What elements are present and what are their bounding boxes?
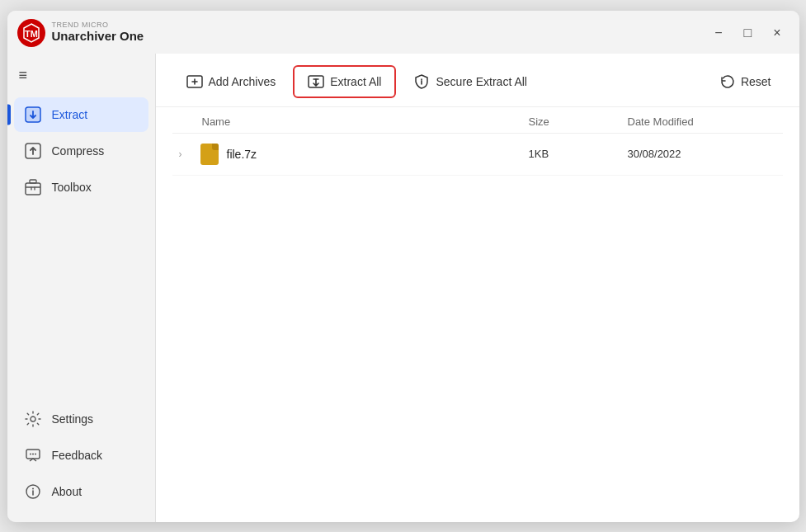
- sidebar-nav: Extract Compress: [7, 97, 155, 395]
- sidebar-about-label: About: [52, 485, 82, 498]
- svg-point-8: [31, 417, 35, 421]
- add-archives-button[interactable]: Add Archives: [172, 66, 290, 97]
- extract-all-button[interactable]: Extract All: [293, 65, 396, 98]
- table-row-date-cell: 30/08/2022: [628, 148, 776, 160]
- svg-point-11: [32, 453, 34, 454]
- col-date-header: Date Modified: [628, 115, 776, 128]
- extract-icon: [24, 106, 42, 124]
- secure-extract-all-label: Secure Extract All: [436, 75, 527, 88]
- minimize-button[interactable]: −: [709, 24, 727, 42]
- app-name: TREND MICRO Unarchiver One: [52, 21, 144, 43]
- titlebar: TM TREND MICRO Unarchiver One − □ ×: [7, 11, 799, 54]
- feedback-icon: [24, 446, 42, 464]
- titlebar-left: TM TREND MICRO Unarchiver One: [17, 19, 144, 47]
- toolbar-right: Reset: [708, 67, 783, 97]
- sidebar-compress-label: Compress: [52, 144, 105, 158]
- sidebar-item-feedback[interactable]: Feedback: [14, 438, 148, 473]
- svg-point-10: [30, 453, 31, 454]
- svg-rect-7: [26, 183, 40, 195]
- compress-icon: [24, 142, 42, 160]
- content-area: Add Archives Extract All: [156, 54, 799, 522]
- sidebar-item-about[interactable]: About: [14, 474, 148, 509]
- settings-icon: [24, 410, 42, 428]
- secure-extract-icon: [413, 73, 430, 90]
- sidebar: ≡ Extract: [7, 54, 156, 522]
- add-archives-icon: [186, 73, 203, 90]
- app-window: TM TREND MICRO Unarchiver One − □ × ≡: [7, 11, 799, 522]
- file-table: Name Size Date Modified › file.7z 1KB: [156, 107, 799, 522]
- sidebar-top: ≡: [7, 60, 155, 97]
- row-chevron-icon: ›: [179, 148, 192, 160]
- table-row[interactable]: › file.7z 1KB 30/08/2022: [172, 134, 783, 176]
- reset-icon: [719, 73, 736, 90]
- extract-all-label: Extract All: [330, 75, 381, 88]
- col-name-header: Name: [202, 115, 529, 128]
- about-icon: [24, 483, 42, 501]
- svg-point-14: [32, 487, 34, 489]
- table-header: Name Size Date Modified: [172, 107, 783, 134]
- sidebar-item-compress[interactable]: Compress: [14, 134, 148, 168]
- table-row-name-cell: › file.7z: [179, 144, 529, 165]
- maximize-button[interactable]: □: [738, 24, 757, 42]
- hamburger-button[interactable]: ≡: [16, 64, 31, 87]
- sidebar-toolbox-label: Toolbox: [52, 181, 92, 194]
- titlebar-controls: − □ ×: [709, 24, 785, 42]
- sidebar-extract-label: Extract: [52, 108, 88, 121]
- col-size-header: Size: [529, 115, 628, 128]
- toolbox-icon: [24, 178, 42, 196]
- svg-point-12: [35, 453, 36, 454]
- file-7z-icon: [200, 144, 219, 165]
- reset-label: Reset: [741, 75, 771, 88]
- product-name-label: Unarchiver One: [52, 30, 144, 44]
- reset-button[interactable]: Reset: [708, 67, 783, 97]
- main-layout: ≡ Extract: [7, 54, 799, 522]
- sidebar-bottom: Settings Feedback: [7, 395, 155, 516]
- sidebar-item-toolbox[interactable]: Toolbox: [14, 170, 148, 205]
- toolbar: Add Archives Extract All: [156, 54, 799, 107]
- table-row-size-cell: 1KB: [529, 148, 628, 160]
- sidebar-settings-label: Settings: [52, 412, 94, 426]
- add-archives-label: Add Archives: [209, 75, 276, 88]
- svg-text:TM: TM: [25, 29, 38, 39]
- close-button[interactable]: ×: [768, 24, 785, 42]
- secure-extract-all-button[interactable]: Secure Extract All: [399, 66, 541, 97]
- app-logo-icon: TM: [17, 19, 45, 47]
- file-name: file.7z: [227, 148, 257, 161]
- sidebar-item-settings[interactable]: Settings: [14, 402, 148, 436]
- sidebar-item-extract[interactable]: Extract: [14, 97, 148, 132]
- extract-all-icon: [308, 73, 324, 90]
- sidebar-feedback-label: Feedback: [52, 449, 102, 462]
